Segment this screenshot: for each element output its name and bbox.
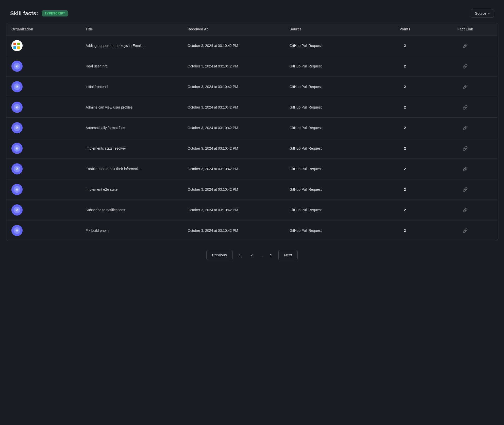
org-cell xyxy=(6,179,80,200)
org-logo-linear xyxy=(11,184,23,195)
fact-link-cell[interactable]: 🔗 xyxy=(433,159,498,179)
fact-link-cell[interactable]: 🔗 xyxy=(433,56,498,77)
org-cell xyxy=(6,138,80,159)
points-cell: 2 xyxy=(377,138,433,159)
previous-button[interactable]: Previous xyxy=(206,250,233,260)
table-row: Real user infoOctober 3, 2024 at 03:10:4… xyxy=(6,56,498,77)
link-icon[interactable]: 🔗 xyxy=(463,85,468,89)
org-logo-linear xyxy=(11,61,23,72)
header-left: Skill facts: TYPESCRIPT xyxy=(10,10,68,17)
title-cell: Subscribe to notifications xyxy=(80,200,182,220)
table-row: Admins can view user profilesOctober 3, … xyxy=(6,97,498,118)
title-cell: Fix build pnpm xyxy=(80,220,182,241)
skills-table: Organization Title Received At Source Po… xyxy=(6,23,498,241)
org-logo-linear xyxy=(11,102,23,113)
org-cell xyxy=(6,118,80,138)
col-header-source: Source xyxy=(284,23,377,36)
source-cell: GitHub Pull Request xyxy=(284,56,377,77)
linear-icon xyxy=(15,167,19,171)
org-cell xyxy=(6,159,80,179)
link-icon[interactable]: 🔗 xyxy=(463,228,468,233)
col-header-points: Points xyxy=(377,23,433,36)
next-button[interactable]: Next xyxy=(278,250,298,260)
link-icon[interactable]: 🔗 xyxy=(463,208,468,212)
fact-link-cell[interactable]: 🔗 xyxy=(433,36,498,56)
points-cell: 2 xyxy=(377,77,433,97)
fact-link-cell[interactable]: 🔗 xyxy=(433,220,498,241)
col-header-factlink: Fact Link xyxy=(433,23,498,36)
linear-icon xyxy=(15,105,19,109)
points-cell: 2 xyxy=(377,200,433,220)
link-icon[interactable]: 🔗 xyxy=(463,64,468,68)
org-logo-linear xyxy=(11,163,23,174)
fact-link-cell[interactable]: 🔗 xyxy=(433,118,498,138)
table-row: Subscribe to notificationsOctober 3, 202… xyxy=(6,200,498,220)
received-at-cell: October 3, 2024 at 03:10:42 PM xyxy=(182,138,284,159)
title-cell: Admins can view user profiles xyxy=(80,97,182,118)
source-cell: GitHub Pull Request xyxy=(284,200,377,220)
title-cell: Automatically format files xyxy=(80,118,182,138)
table-row: Implement e2e suiteOctober 3, 2024 at 03… xyxy=(6,179,498,200)
source-dropdown-button[interactable]: Source ▾ xyxy=(471,9,494,18)
points-cell: 2 xyxy=(377,97,433,118)
source-cell: GitHub Pull Request xyxy=(284,179,377,200)
table-row: initial frontendOctober 3, 2024 at 03:10… xyxy=(6,77,498,97)
points-cell: 2 xyxy=(377,56,433,77)
linear-icon xyxy=(15,126,19,130)
received-at-cell: October 3, 2024 at 03:10:42 PM xyxy=(182,77,284,97)
title-cell: Real user info xyxy=(80,56,182,77)
link-icon[interactable]: 🔗 xyxy=(463,187,468,192)
fact-link-cell[interactable]: 🔗 xyxy=(433,97,498,118)
link-icon[interactable]: 🔗 xyxy=(463,167,468,171)
org-logo-linear xyxy=(11,225,23,236)
linear-icon xyxy=(15,187,19,191)
received-at-cell: October 3, 2024 at 03:10:42 PM xyxy=(182,56,284,77)
received-at-cell: October 3, 2024 at 03:10:42 PM xyxy=(182,36,284,56)
points-cell: 2 xyxy=(377,179,433,200)
received-at-cell: October 3, 2024 at 03:10:42 PM xyxy=(182,97,284,118)
org-cell xyxy=(6,200,80,220)
source-cell: GitHub Pull Request xyxy=(284,138,377,159)
skills-table-container: Organization Title Received At Source Po… xyxy=(6,23,498,241)
link-icon[interactable]: 🔗 xyxy=(463,146,468,151)
link-icon[interactable]: 🔗 xyxy=(463,105,468,110)
received-at-cell: October 3, 2024 at 03:10:42 PM xyxy=(182,179,284,200)
page-2-button[interactable]: 2 xyxy=(247,250,256,260)
table-row: Implements stats resolverOctober 3, 2024… xyxy=(6,138,498,159)
link-icon[interactable]: 🔗 xyxy=(463,44,468,48)
linear-icon xyxy=(15,208,19,212)
table-header-row: Organization Title Received At Source Po… xyxy=(6,23,498,36)
org-logo-microsoft xyxy=(11,40,23,51)
page-title: Skill facts: xyxy=(10,10,38,17)
received-at-cell: October 3, 2024 at 03:10:42 PM xyxy=(182,200,284,220)
linear-icon xyxy=(15,64,19,68)
linear-icon xyxy=(15,146,19,150)
source-cell: GitHub Pull Request xyxy=(284,97,377,118)
source-cell: GitHub Pull Request xyxy=(284,118,377,138)
title-cell: Enable user to edit their informati... xyxy=(80,159,182,179)
title-cell: Implement e2e suite xyxy=(80,179,182,200)
points-cell: 2 xyxy=(377,159,433,179)
fact-link-cell[interactable]: 🔗 xyxy=(433,138,498,159)
fact-link-cell[interactable]: 🔗 xyxy=(433,179,498,200)
table-row: Fix build pnpmOctober 3, 2024 at 03:10:4… xyxy=(6,220,498,241)
page-5-button[interactable]: 5 xyxy=(266,250,276,260)
page-1-button[interactable]: 1 xyxy=(235,250,244,260)
org-cell xyxy=(6,220,80,241)
col-header-title: Title xyxy=(80,23,182,36)
title-cell: Adding support for hotkeys in Emula... xyxy=(80,36,182,56)
link-icon[interactable]: 🔗 xyxy=(463,126,468,130)
fact-link-cell[interactable]: 🔗 xyxy=(433,77,498,97)
fact-link-cell[interactable]: 🔗 xyxy=(433,200,498,220)
title-cell: initial frontend xyxy=(80,77,182,97)
table-row: Enable user to edit their informati...Oc… xyxy=(6,159,498,179)
source-label: Source xyxy=(475,11,486,15)
org-cell xyxy=(6,77,80,97)
linear-icon xyxy=(15,85,19,89)
title-cell: Implements stats resolver xyxy=(80,138,182,159)
points-cell: 2 xyxy=(377,220,433,241)
source-cell: GitHub Pull Request xyxy=(284,77,377,97)
org-cell xyxy=(6,36,80,56)
received-at-cell: October 3, 2024 at 03:10:42 PM xyxy=(182,220,284,241)
received-at-cell: October 3, 2024 at 03:10:42 PM xyxy=(182,159,284,179)
